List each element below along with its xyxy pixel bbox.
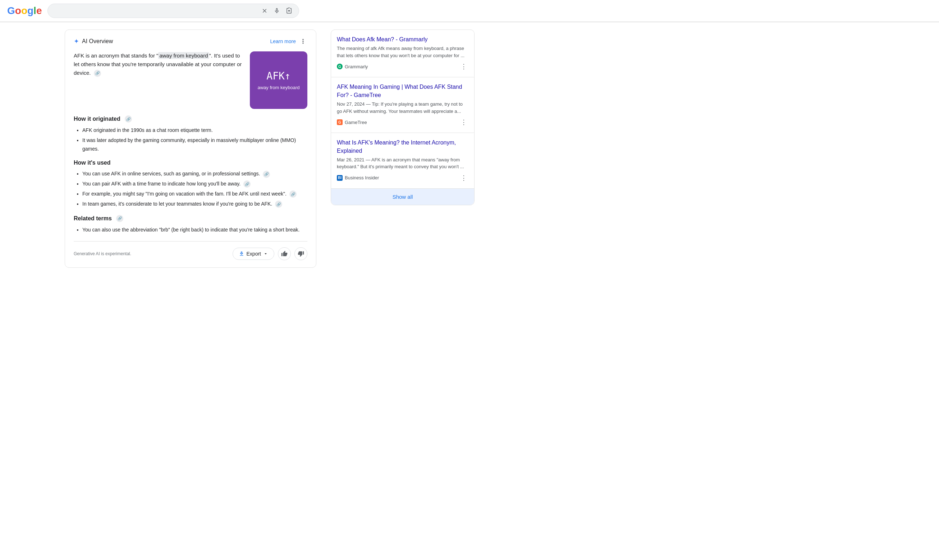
used-bullets: You can use AFK in online services, such… (74, 170, 307, 208)
originated-bullets: AFK originated in the 1990s as a chat ro… (74, 126, 307, 153)
export-icon (239, 251, 245, 257)
ai-overview-title: ✦ AI Overview (74, 37, 113, 45)
result-source-1: G Grammarly ⋮ (337, 62, 468, 71)
citation-icon-related[interactable]: 🔗 (116, 215, 123, 222)
used-bullet-4: In team games, it's considerate to let y… (82, 200, 307, 208)
voice-search-button[interactable] (273, 7, 281, 15)
afk-card-symbol: AFK↑ (266, 70, 291, 82)
result-more-options-1[interactable]: ⋮ (459, 62, 468, 71)
ai-overview-label: AI Overview (82, 38, 113, 45)
citation-icon-originated[interactable]: 🔗 (125, 115, 132, 123)
result-title-2[interactable]: AFK Meaning In Gaming | What Does AFK St… (337, 83, 468, 99)
source-name-3: Business Insider (345, 175, 379, 180)
result-more-options-2[interactable]: ⋮ (459, 117, 468, 127)
chevron-down-icon (263, 251, 268, 256)
section-heading-originated: How it originated 🔗 (74, 115, 307, 123)
thumbs-down-button[interactable] (294, 247, 307, 260)
source-info-3: BI Business Insider (337, 175, 379, 181)
originated-bullet-1: AFK originated in the 1990s as a chat ro… (82, 126, 307, 135)
ai-overview-panel: ✦ AI Overview Learn more AFK is an a (65, 29, 316, 268)
image-search-button[interactable] (285, 7, 293, 15)
right-panel: What Does Afk Mean? - Grammarly The mean… (331, 29, 474, 275)
related-bullets: You can also use the abbreviation "brb" … (74, 226, 307, 234)
ai-diamond-icon: ✦ (74, 37, 79, 45)
export-button[interactable]: Export (232, 248, 274, 260)
citation-icon-used-4[interactable]: 🔗 (275, 200, 282, 208)
favicon-grammarly: G (337, 64, 343, 69)
favicon-gametree: G (337, 119, 343, 125)
ai-footer: Generative AI is experimental. Export (74, 241, 307, 260)
used-bullet-3: For example, you might say "I'm going on… (82, 190, 307, 198)
show-all-button[interactable]: Show all (331, 189, 474, 205)
ai-header-actions: Learn more (270, 37, 307, 46)
search-input[interactable]: afk means (54, 8, 257, 14)
source-name-1: Grammarly (345, 64, 368, 69)
google-logo[interactable]: Google (7, 5, 42, 17)
citation-icon-used-1[interactable]: 🔗 (263, 171, 270, 178)
microphone-icon (274, 8, 280, 14)
result-item-2: AFK Meaning In Gaming | What Does AFK St… (331, 77, 474, 133)
citation-icon-used-2[interactable]: 🔗 (243, 180, 251, 188)
source-info-2: G GameTree (337, 119, 367, 125)
generative-note: Generative AI is experimental. (74, 251, 131, 256)
left-panel: ✦ AI Overview Learn more AFK is an a (65, 29, 316, 275)
camera-icon (286, 8, 292, 14)
search-icons (261, 7, 293, 15)
used-bullet-2: You can pair AFK with a time frame to in… (82, 180, 307, 188)
ai-footer-actions: Export (232, 247, 307, 260)
main-content: ✦ AI Overview Learn more AFK is an a (0, 22, 503, 282)
result-more-options-3[interactable]: ⋮ (459, 173, 468, 183)
ai-main-content: AFK is an acronym that stands for "away … (74, 51, 307, 109)
result-title-1[interactable]: What Does Afk Mean? - Grammarly (337, 35, 468, 43)
section-heading-used: How it's used (74, 160, 307, 166)
result-snippet-2: Nov 27, 2024 — Tip: If you're playing a … (337, 101, 468, 115)
source-info-1: G Grammarly (337, 64, 368, 69)
favicon-business-insider: BI (337, 175, 343, 181)
thumbs-down-icon (298, 251, 304, 257)
result-source-3: BI Business Insider ⋮ (337, 173, 468, 183)
clear-search-button[interactable] (261, 7, 269, 15)
more-vert-icon (299, 38, 307, 45)
result-item-3: What Is AFK's Meaning? the Internet Acro… (331, 133, 474, 189)
citation-icon-1[interactable]: 🔗 (94, 70, 101, 77)
header: Google afk means (0, 0, 939, 22)
originated-bullet-2: It was later adopted by the gaming commu… (82, 136, 307, 154)
search-results-container: What Does Afk Mean? - Grammarly The mean… (331, 29, 474, 205)
afk-definition-card: AFK↑ away from keyboard (250, 51, 307, 109)
result-source-2: G GameTree ⋮ (337, 117, 468, 127)
result-title-3[interactable]: What Is AFK's Meaning? the Internet Acro… (337, 139, 468, 155)
result-snippet-3: Mar 26, 2021 — AFK is an acronym that me… (337, 156, 468, 170)
afk-card-text: away from keyboard (257, 85, 299, 90)
thumbs-up-button[interactable] (278, 247, 291, 260)
section-heading-related: Related terms 🔗 (74, 215, 307, 222)
export-label: Export (246, 251, 261, 257)
result-snippet-1: The meaning of afk Afk means away from k… (337, 45, 468, 59)
ai-overview-header: ✦ AI Overview Learn more (74, 37, 307, 46)
afk-highlight: away from keyboard (158, 52, 209, 59)
ai-main-paragraph: AFK is an acronym that stands for "away … (74, 51, 243, 77)
citation-icon-used-3[interactable]: 🔗 (289, 191, 297, 198)
ai-more-options-button[interactable] (299, 37, 307, 46)
close-icon (261, 8, 268, 14)
result-item-1: What Does Afk Mean? - Grammarly The mean… (331, 30, 474, 77)
thumbs-up-icon (281, 251, 288, 257)
learn-more-link[interactable]: Learn more (270, 38, 296, 44)
ai-text-block: AFK is an acronym that stands for "away … (74, 51, 243, 80)
search-bar: afk means (48, 4, 299, 18)
source-name-2: GameTree (345, 120, 367, 125)
used-bullet-1: You can use AFK in online services, such… (82, 170, 307, 178)
related-bullet-1: You can also use the abbreviation "brb" … (82, 226, 307, 234)
